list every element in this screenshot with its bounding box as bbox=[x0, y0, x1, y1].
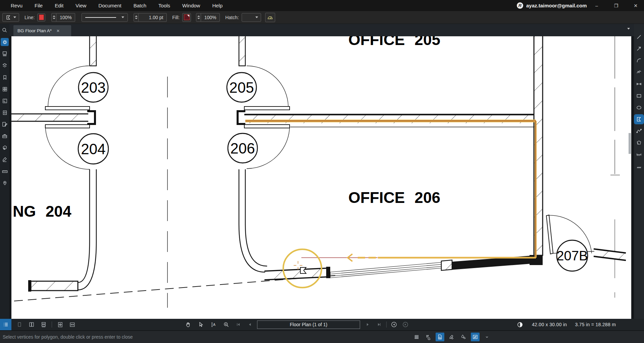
line-opacity-spinner[interactable] bbox=[51, 13, 56, 22]
drawing-canvas[interactable]: 203 204 205 206 207B OFFICE 205 OFFICE 2… bbox=[11, 36, 631, 319]
chevron-down-icon bbox=[13, 16, 16, 18]
status-hint: Select vertices for polygon, double clic… bbox=[3, 334, 133, 340]
snap-to-markup-button[interactable] bbox=[447, 333, 456, 341]
line-width-spinner[interactable] bbox=[134, 13, 139, 22]
menu-file[interactable]: File bbox=[29, 0, 49, 11]
fit-page-button[interactable] bbox=[56, 320, 64, 329]
gear-icon bbox=[2, 39, 8, 45]
fit-width-button[interactable] bbox=[68, 320, 76, 329]
tool-ellipse[interactable] bbox=[635, 103, 643, 112]
tool-area[interactable] bbox=[635, 139, 643, 147]
tool-center[interactable] bbox=[635, 151, 643, 159]
previous-view-button[interactable] bbox=[390, 320, 398, 329]
markup-list-icon bbox=[2, 121, 8, 127]
sidebar-item-thumbnails[interactable] bbox=[1, 50, 9, 58]
arc-icon bbox=[636, 57, 642, 63]
contrast-button[interactable] bbox=[516, 320, 524, 329]
hatch-select[interactable] bbox=[242, 13, 261, 22]
menu-batch[interactable]: Batch bbox=[128, 0, 152, 11]
sidebar-item-spaces[interactable] bbox=[1, 97, 9, 105]
previous-page-button[interactable] bbox=[246, 320, 254, 329]
sidebar-item-3d-model[interactable] bbox=[1, 144, 9, 152]
select-text-icon: A bbox=[210, 321, 217, 328]
sidebar-item-file-access[interactable] bbox=[1, 109, 9, 117]
active-tool-dropdown[interactable] bbox=[2, 13, 19, 22]
facing-pages-view-button[interactable] bbox=[28, 320, 36, 329]
reuse-markup-button[interactable] bbox=[471, 333, 480, 341]
next-view-button[interactable] bbox=[401, 320, 409, 329]
grid-toggle-button[interactable] bbox=[412, 333, 421, 341]
canvas-scrollbar-thumb[interactable] bbox=[629, 133, 631, 154]
tool-arrow[interactable] bbox=[635, 45, 643, 53]
fill-opacity-spinner[interactable] bbox=[196, 13, 201, 22]
fill-color-chip bbox=[184, 14, 190, 20]
restore-button[interactable]: ❐ bbox=[608, 0, 624, 11]
house-3d-icon bbox=[2, 145, 8, 151]
tool-arc[interactable] bbox=[635, 56, 643, 65]
snap-to-content-button[interactable] bbox=[436, 333, 444, 341]
tab-bg-floor-plan[interactable]: BG Floor Plan A* ✕ bbox=[13, 25, 71, 36]
status-options-chevron[interactable] bbox=[483, 333, 491, 341]
next-page-icon bbox=[365, 322, 370, 327]
tool-dimension[interactable] bbox=[635, 80, 643, 88]
sidebar-item-bookmarks[interactable] bbox=[1, 73, 9, 81]
fill-opacity-value[interactable]: 100% bbox=[201, 13, 220, 22]
tool-perimeter[interactable] bbox=[635, 127, 643, 135]
snap-to-hatch-button[interactable] bbox=[459, 333, 468, 341]
cursor-arrow-icon bbox=[198, 321, 204, 328]
sidebar-item-measurements[interactable] bbox=[1, 167, 9, 175]
tool-line[interactable] bbox=[635, 33, 643, 41]
first-page-button[interactable] bbox=[234, 320, 242, 329]
menu-help[interactable]: Help bbox=[206, 0, 229, 11]
tab-close-icon[interactable]: ✕ bbox=[56, 29, 60, 33]
line-style-select[interactable] bbox=[82, 13, 128, 22]
perimeter-measure-icon bbox=[636, 128, 642, 134]
fill-color-swatch[interactable] bbox=[182, 13, 191, 22]
tool-angle[interactable] bbox=[635, 162, 643, 170]
continuous-view-button[interactable] bbox=[40, 320, 48, 329]
select-button[interactable] bbox=[197, 320, 205, 329]
menu-tools[interactable]: Tools bbox=[152, 0, 176, 11]
tool-rectangle[interactable] bbox=[635, 92, 643, 100]
menu-view[interactable]: View bbox=[69, 0, 92, 11]
next-view-icon bbox=[402, 321, 409, 328]
sidebar-item-windows[interactable] bbox=[1, 85, 9, 93]
facing-pages-icon bbox=[29, 321, 35, 328]
center-measure-icon bbox=[636, 152, 642, 158]
close-button[interactable]: ✕ bbox=[628, 0, 643, 11]
door-tag-204: 204 bbox=[81, 141, 105, 157]
snap-to-grid-button[interactable] bbox=[424, 333, 433, 341]
account-button[interactable]: R ayaz.taimoor@gmail.com bbox=[517, 0, 587, 11]
select-text-button[interactable]: A bbox=[209, 320, 217, 329]
line-width-value[interactable]: 1.00 pt bbox=[139, 13, 167, 22]
menu-document[interactable]: Document bbox=[92, 0, 127, 11]
menu-revu[interactable]: Revu bbox=[5, 0, 29, 11]
menu-edit[interactable]: Edit bbox=[49, 0, 69, 11]
line-color-swatch[interactable] bbox=[37, 13, 45, 22]
page-label-box[interactable]: Floor Plan (1 of 1) bbox=[257, 320, 360, 329]
tool-polygon[interactable] bbox=[635, 115, 643, 123]
sidebar-item-tool-chest[interactable] bbox=[1, 132, 9, 140]
tab-bar: BG Floor Plan A* ✕ bbox=[9, 24, 634, 36]
menu-window[interactable]: Window bbox=[176, 0, 206, 11]
zoom-button[interactable] bbox=[222, 320, 230, 329]
next-page-button[interactable] bbox=[363, 320, 371, 329]
sidebar-item-signatures[interactable] bbox=[1, 156, 9, 164]
sidebar-item-layers[interactable] bbox=[1, 61, 9, 70]
line-opacity-value[interactable]: 100% bbox=[56, 13, 75, 22]
door-tags: 203 204 205 206 207B bbox=[78, 73, 588, 271]
page-size-readout: 42.00 x 30.00 in bbox=[532, 322, 567, 327]
tool-polyline[interactable] bbox=[635, 68, 643, 76]
markup-list-toggle-button[interactable] bbox=[0, 319, 11, 330]
single-page-view-button[interactable] bbox=[15, 320, 23, 329]
sidebar-item-properties[interactable] bbox=[1, 38, 9, 46]
sidebar-item-markups[interactable] bbox=[1, 120, 9, 128]
pan-button[interactable] bbox=[184, 320, 192, 329]
protractor-button[interactable] bbox=[265, 13, 275, 22]
line-icon bbox=[636, 34, 642, 40]
search-panel-button[interactable] bbox=[0, 24, 9, 36]
sidebar-item-links[interactable] bbox=[1, 179, 9, 187]
tab-list-chevron-icon[interactable] bbox=[627, 28, 630, 30]
minimize-button[interactable]: – bbox=[589, 0, 604, 11]
last-page-button[interactable] bbox=[375, 320, 383, 329]
